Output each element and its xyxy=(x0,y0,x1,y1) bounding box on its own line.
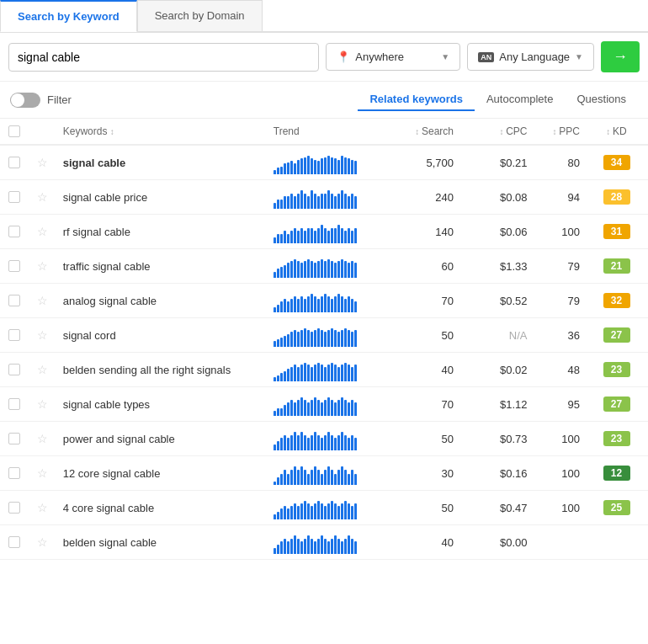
table-row: ☆ analog signal cable 70 $0.52 79 32 xyxy=(0,284,648,318)
row-search: 30 xyxy=(385,456,459,491)
row-star-cell: ☆ xyxy=(32,456,58,491)
tab-questions[interactable]: Questions xyxy=(565,88,638,111)
row-trend xyxy=(268,422,385,456)
select-all-checkbox[interactable] xyxy=(8,125,20,137)
row-ppc: 95 xyxy=(533,387,586,422)
row-search: 50 xyxy=(385,491,459,525)
star-icon[interactable]: ☆ xyxy=(37,328,48,342)
tab-search-keyword[interactable]: Search by Keyword xyxy=(0,0,137,32)
keywords-table: Keywords ↕ Trend ↕ Search ↕ CPC xyxy=(0,119,648,560)
col-header-check xyxy=(0,119,32,145)
table-row: ☆ signal cable 5,700 $0.21 80 34 xyxy=(0,145,648,180)
tab-search-domain[interactable]: Search by Domain xyxy=(137,0,263,31)
star-icon[interactable]: ☆ xyxy=(37,294,48,307)
row-checkbox-cell xyxy=(0,456,32,491)
col-header-keywords[interactable]: Keywords ↕ xyxy=(58,119,268,145)
row-star-cell: ☆ xyxy=(32,215,58,249)
table-header-row: Keywords ↕ Trend ↕ Search ↕ CPC xyxy=(0,119,648,145)
star-icon[interactable]: ☆ xyxy=(37,259,48,273)
row-cpc: $0.06 xyxy=(459,215,533,249)
row-checkbox-cell xyxy=(0,215,32,249)
row-ppc: 100 xyxy=(533,215,586,249)
col-header-cpc[interactable]: ↕ CPC xyxy=(459,119,533,145)
row-cpc: $0.16 xyxy=(459,456,533,491)
row-checkbox[interactable] xyxy=(8,467,20,479)
star-icon[interactable]: ☆ xyxy=(37,156,48,169)
filter-label: Filter xyxy=(47,93,72,106)
row-ppc: 100 xyxy=(533,456,586,491)
kd-badge: 27 xyxy=(603,397,630,412)
filter-toggle[interactable] xyxy=(10,93,40,108)
sort-icon-keywords: ↕ xyxy=(110,127,114,136)
col-header-ppc[interactable]: ↕ PPC xyxy=(533,119,586,145)
row-keyword: rf signal cable xyxy=(58,215,268,249)
row-checkbox-cell xyxy=(0,284,32,318)
row-ppc: 100 xyxy=(533,491,586,525)
row-ppc: 100 xyxy=(533,422,586,456)
toggle-knob xyxy=(11,93,24,107)
star-icon[interactable]: ☆ xyxy=(37,535,48,549)
row-checkbox[interactable] xyxy=(8,433,20,444)
sort-icon-search: ↕ xyxy=(415,127,422,136)
row-checkbox[interactable] xyxy=(8,295,20,306)
star-icon[interactable]: ☆ xyxy=(37,190,48,204)
col-header-kd[interactable]: ↕ KD xyxy=(585,119,648,145)
row-cpc: $0.52 xyxy=(459,284,533,318)
star-icon[interactable]: ☆ xyxy=(37,466,48,480)
row-checkbox[interactable] xyxy=(8,502,20,514)
chevron-down-icon: ▼ xyxy=(441,52,449,61)
row-checkbox[interactable] xyxy=(8,226,20,237)
col-header-trend: Trend xyxy=(268,119,385,145)
language-picker[interactable]: AN Any Language ▼ xyxy=(467,43,594,71)
row-cpc: $0.21 xyxy=(459,145,533,180)
filter-bar: Filter Related keywords Autocomplete Que… xyxy=(0,82,648,119)
search-input[interactable] xyxy=(8,43,319,72)
row-checkbox[interactable] xyxy=(8,260,20,272)
table-row: ☆ signal cable types 70 $1.12 95 27 xyxy=(0,387,648,422)
star-icon[interactable]: ☆ xyxy=(37,501,48,514)
star-icon[interactable]: ☆ xyxy=(37,363,48,376)
row-keyword: traffic signal cable xyxy=(58,249,268,284)
row-search: 40 xyxy=(385,525,459,560)
row-kd: 25 xyxy=(585,491,648,525)
row-checkbox[interactable] xyxy=(8,536,20,548)
kd-badge: 27 xyxy=(603,327,630,343)
row-cpc: $0.00 xyxy=(459,525,533,560)
table-row: ☆ 12 core signal cable 30 $0.16 100 12 xyxy=(0,456,648,491)
row-star-cell: ☆ xyxy=(32,491,58,525)
search-bar: 📍 Anywhere ▼ AN Any Language ▼ → xyxy=(0,33,648,82)
row-star-cell: ☆ xyxy=(32,180,58,215)
row-checkbox[interactable] xyxy=(8,157,20,168)
go-button[interactable]: → xyxy=(601,41,640,72)
row-star-cell: ☆ xyxy=(32,145,58,180)
row-search: 140 xyxy=(385,215,459,249)
kd-badge: 28 xyxy=(603,189,630,205)
table-row: ☆ 4 core signal cable 50 $0.47 100 25 xyxy=(0,491,648,525)
star-icon[interactable]: ☆ xyxy=(37,225,48,238)
row-search: 70 xyxy=(385,284,459,318)
row-cpc: N/A xyxy=(459,318,533,353)
star-icon[interactable]: ☆ xyxy=(37,397,48,411)
col-header-search[interactable]: ↕ Search xyxy=(385,119,459,145)
row-kd: 27 xyxy=(585,318,648,353)
star-icon[interactable]: ☆ xyxy=(37,432,48,445)
row-keyword: power and signal cable xyxy=(58,422,268,456)
tab-autocomplete[interactable]: Autocomplete xyxy=(475,88,566,111)
row-checkbox[interactable] xyxy=(8,364,20,375)
row-checkbox[interactable] xyxy=(8,329,20,341)
row-trend xyxy=(268,249,385,284)
row-checkbox[interactable] xyxy=(8,191,20,203)
row-search: 5,700 xyxy=(385,145,459,180)
row-checkbox-cell xyxy=(0,353,32,387)
location-picker[interactable]: 📍 Anywhere ▼ xyxy=(326,43,460,71)
row-trend xyxy=(268,456,385,491)
sort-icon-kd: ↕ xyxy=(606,127,613,136)
row-trend xyxy=(268,145,385,180)
kd-badge: 31 xyxy=(603,224,630,239)
row-search: 70 xyxy=(385,387,459,422)
row-checkbox[interactable] xyxy=(8,398,20,410)
filter-left: Filter xyxy=(10,93,72,108)
row-star-cell: ☆ xyxy=(32,284,58,318)
row-kd: 27 xyxy=(585,387,648,422)
tab-related-keywords[interactable]: Related keywords xyxy=(358,88,475,111)
